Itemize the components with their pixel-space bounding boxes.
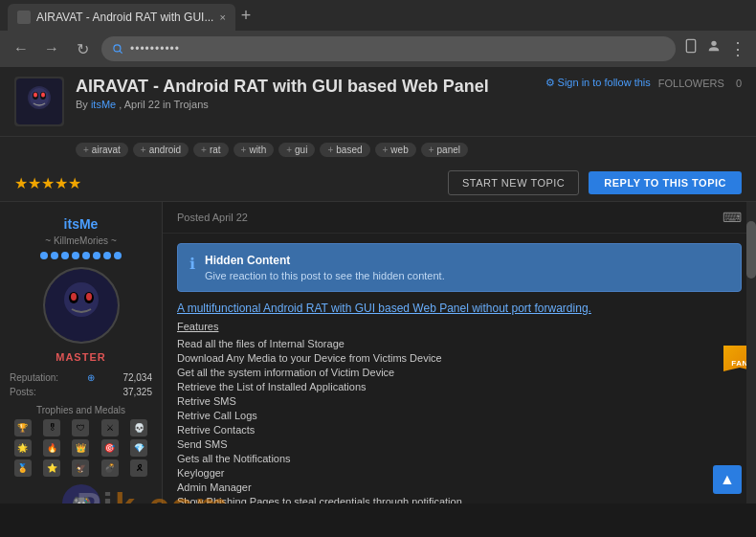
back-button[interactable]: ← — [10, 40, 33, 57]
profile-icon[interactable] — [706, 38, 722, 54]
tag-airavat[interactable]: airavat — [76, 143, 128, 157]
menu-icon[interactable]: ⋮ — [729, 38, 746, 59]
reputation-label: Reputation: — [10, 372, 58, 383]
tag-android[interactable]: android — [133, 143, 189, 157]
post-area: itsMe ~ KillmeMories ~ — [0, 202, 756, 503]
user-avatar — [43, 267, 120, 344]
feature-6: Retrive Call Logs — [177, 410, 742, 421]
dot-2 — [51, 252, 58, 259]
feature-4: Retrieve the List of Installed Applicati… — [177, 381, 742, 392]
trophy-10: 💎 — [130, 439, 147, 457]
topic-actions: START NEW TOPIC REPLY TO THIS TOPIC — [448, 170, 742, 195]
tab-bar: AIRAVAT - Android RAT with GUI... × + — [0, 0, 756, 31]
forward-button[interactable]: → — [40, 40, 63, 57]
trophy-6: 🌟 — [14, 439, 32, 457]
trophies-grid: 🏆 🎖 🛡 ⚔ 💀 🌟 🔥 👑 🎯 💎 🏅 ⭐ 🦅 💣 🎗 — [10, 419, 152, 477]
trophy-8: 👑 — [72, 439, 89, 457]
bookmark-icon[interactable] — [683, 38, 699, 54]
start-new-topic-button[interactable]: START NEW TOPIC — [448, 170, 579, 195]
feature-8: Send SMS — [177, 438, 742, 450]
svg-point-15 — [71, 293, 77, 301]
forum-title-area: AIRAVAT - Android RAT with GUI based Web… — [76, 77, 534, 110]
dot-4 — [72, 252, 79, 259]
scroll-to-top-button[interactable]: ▲ — [713, 465, 742, 494]
trophy-1: 🏆 — [14, 419, 32, 436]
feature-7: Retrive Contacts — [177, 424, 742, 436]
new-tab-button[interactable]: + — [241, 6, 252, 26]
tag-with[interactable]: with — [233, 143, 275, 157]
trophy-14: 💣 — [101, 459, 119, 477]
user-rank: MASTER — [10, 351, 152, 363]
avatar-image — [45, 269, 118, 342]
feature-3: Get all the system information of Victim… — [177, 367, 742, 378]
forum-subtitle: By itsMe , April 22 in Trojans — [76, 99, 534, 110]
posts-label: Posts: — [10, 387, 36, 397]
svg-point-3 — [711, 41, 716, 46]
tab-favicon — [17, 11, 31, 24]
feature-10: Keylogger — [177, 467, 742, 479]
feature-5: Retrive SMS — [177, 395, 742, 407]
tab-close-button[interactable]: × — [219, 11, 225, 23]
trophies-label: Trophies and Medals — [10, 405, 152, 415]
trophy-11: 🏅 — [14, 459, 32, 477]
post-meta: Posted April 22 ⌨ — [163, 202, 756, 234]
hidden-content-text: Hidden Content Give reaction to this pos… — [205, 254, 445, 281]
tab-title: AIRAVAT - Android RAT with GUI... — [36, 11, 213, 24]
followers-count: 0 — [736, 78, 742, 89]
dot-3 — [61, 252, 69, 259]
svg-point-16 — [86, 293, 92, 301]
post-main: Posted April 22 ⌨ ℹ Hidden Content Give … — [163, 202, 756, 503]
feature-12: Show Phishing Pages to steal credentials… — [177, 496, 742, 503]
subtitle-by: By — [76, 99, 88, 110]
trophy-4: ⚔ — [101, 419, 119, 436]
reputation-icon: ⊕ — [87, 372, 95, 383]
tag-web[interactable]: web — [375, 143, 416, 157]
scrollbar[interactable] — [746, 202, 756, 503]
post-date: Posted April 22 — [177, 212, 248, 223]
features-section-title: Features — [177, 321, 742, 332]
feature-1: Read all the files of Internal Storage — [177, 338, 742, 349]
info-icon: ℹ — [189, 255, 195, 281]
refresh-button[interactable]: ↻ — [71, 40, 94, 58]
stars-row: ★★★★★ START NEW TOPIC REPLY TO THIS TOPI… — [0, 165, 756, 202]
reply-to-topic-button[interactable]: REPLY TO THIS TOPIC — [589, 171, 742, 194]
trophy-5: 💀 — [130, 419, 147, 436]
address-text: •••••••••• — [130, 42, 180, 56]
feature-2: Download Any Media to your Device from V… — [177, 352, 742, 364]
reputation-value: 72,034 — [122, 372, 152, 383]
sign-in-follow[interactable]: ⚙ Sign in to follow this — [545, 77, 651, 89]
tag-gui[interactable]: gui — [278, 143, 315, 157]
tags-row: airavat android rat with gui based web p… — [0, 137, 756, 165]
dot-8 — [114, 252, 122, 259]
svg-point-10 — [41, 93, 45, 98]
dot-6 — [93, 252, 100, 259]
hidden-content-desc: Give reaction to this post to see the hi… — [205, 270, 445, 281]
logo-image — [16, 78, 62, 124]
svg-point-0 — [114, 45, 121, 52]
hidden-content-box: ℹ Hidden Content Give reaction to this p… — [177, 243, 742, 292]
active-tab[interactable]: AIRAVAT - Android RAT with GUI... × — [8, 4, 235, 31]
scrollbar-thumb[interactable] — [746, 221, 756, 279]
subtitle-category[interactable]: Trojans — [174, 99, 209, 110]
address-bar[interactable]: •••••••••• — [101, 36, 676, 61]
tag-panel[interactable]: panel — [421, 143, 468, 157]
svg-line-1 — [120, 51, 122, 54]
user-avatar-bottom: 🎮 — [62, 484, 100, 503]
trophy-2: 🎖 — [43, 419, 60, 436]
svg-rect-2 — [686, 39, 695, 52]
author-name[interactable]: itsMe — [91, 99, 116, 110]
follow-area: ⚙ Sign in to follow this FOLLOWERS 0 — [545, 77, 742, 89]
trophy-9: 🎯 — [101, 439, 119, 457]
post-share-icon[interactable]: ⌨ — [723, 210, 742, 225]
nav-icons-right: ⋮ — [683, 38, 746, 59]
feature-11: Admin Manager — [177, 481, 742, 493]
google-icon — [111, 42, 124, 56]
trophy-15: 🎗 — [130, 459, 147, 477]
tag-rat[interactable]: rat — [193, 143, 229, 157]
dot-1 — [40, 252, 48, 259]
user-name[interactable]: itsMe — [10, 216, 152, 232]
forum-logo — [14, 77, 64, 126]
rating-stars: ★★★★★ — [14, 174, 81, 192]
tag-based[interactable]: based — [320, 143, 369, 157]
main-post-link[interactable]: A multifunctional Android RAT with GUI b… — [177, 302, 742, 315]
